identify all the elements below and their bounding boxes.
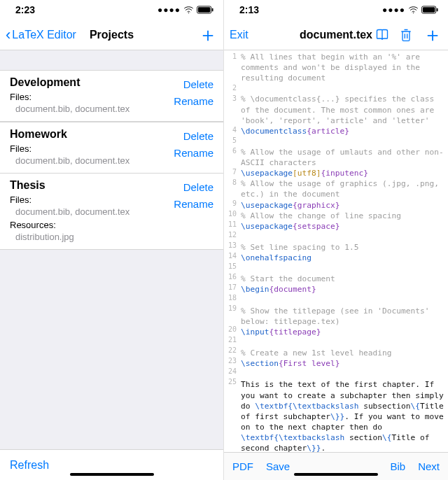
next-button[interactable]: Next	[418, 460, 440, 472]
files-list: document.bib, document.tex	[10, 104, 174, 114]
files-list: document.bib, document.tex	[10, 155, 174, 166]
delete-button[interactable]: Delete	[174, 128, 214, 145]
refresh-button[interactable]: Refresh	[10, 459, 49, 472]
svg-rect-7	[437, 8, 438, 12]
files-label: Files:	[10, 143, 174, 154]
project-card[interactable]: Development Files: document.bib, documen…	[0, 70, 223, 122]
nav-bar: ‹ LaTeX Editor Projects ＋	[0, 20, 223, 50]
code-editor[interactable]: 1234567891011121314151617181920212223242…	[224, 50, 448, 452]
delete-button[interactable]: Delete	[174, 179, 214, 196]
resources-list: distribution.jpg	[10, 232, 174, 242]
cellular-icon: ●●●●	[382, 5, 405, 15]
home-indicator[interactable]	[294, 473, 378, 476]
trash-icon[interactable]	[399, 28, 413, 42]
resources-label: Resources:	[10, 220, 174, 230]
svg-point-0	[188, 13, 189, 13]
wifi-icon	[408, 6, 419, 14]
files-list: document.bib, document.tex	[10, 206, 174, 217]
project-card[interactable]: Thesis Files: document.bib, document.tex…	[0, 173, 223, 250]
add-button[interactable]: ＋	[198, 25, 218, 45]
projects-screen: 2:23 ●●●● ‹ LaTeX Editor Projects ＋ Deve…	[0, 0, 224, 480]
save-button[interactable]: Save	[266, 460, 290, 472]
rename-button[interactable]: Rename	[174, 93, 214, 110]
rename-button[interactable]: Rename	[174, 196, 214, 213]
exit-button[interactable]: Exit	[230, 29, 248, 41]
bib-button[interactable]: Bib	[390, 460, 405, 472]
status-icons: ●●●●	[382, 5, 438, 15]
svg-rect-3	[212, 8, 214, 12]
home-indicator[interactable]	[70, 473, 154, 476]
battery-icon	[421, 6, 438, 14]
back-label: LaTeX Editor	[12, 29, 76, 41]
svg-rect-2	[198, 7, 211, 12]
editor-toolbar: PDF Save Bib Next	[224, 452, 448, 480]
add-button[interactable]: ＋	[423, 25, 442, 45]
wifi-icon	[183, 6, 194, 14]
files-label: Files:	[10, 195, 174, 205]
status-bar: 2:23 ●●●●	[0, 0, 223, 20]
chevron-left-icon: ‹	[6, 27, 10, 43]
projects-list[interactable]: Development Files: document.bib, documen…	[0, 50, 223, 449]
status-time: 2:23	[15, 4, 35, 15]
line-gutter: 1234567891011121314151617181920212223242…	[224, 50, 239, 452]
delete-button[interactable]: Delete	[174, 76, 214, 93]
status-bar: 2:13 ●●●●	[224, 0, 448, 20]
svg-rect-6	[423, 7, 435, 12]
battery-icon	[197, 6, 214, 14]
status-icons: ●●●●	[158, 5, 214, 15]
pdf-button[interactable]: PDF	[232, 460, 253, 472]
nav-bar: Exit document.tex ＋	[224, 20, 448, 50]
svg-point-4	[413, 13, 414, 13]
project-name: Homework	[10, 128, 174, 141]
project-name: Thesis	[10, 179, 174, 192]
project-name: Development	[10, 76, 174, 89]
back-button[interactable]: ‹ LaTeX Editor	[6, 27, 76, 43]
files-label: Files:	[10, 92, 174, 102]
code-content[interactable]: % All lines that begin with an '%' are c…	[239, 50, 448, 452]
editor-screen: 2:13 ●●●● Exit document.tex ＋ 1234567891…	[224, 0, 448, 480]
rename-button[interactable]: Rename	[174, 145, 214, 162]
book-icon[interactable]	[375, 28, 389, 42]
project-card[interactable]: Homework Files: document.bib, document.t…	[0, 122, 223, 174]
status-time: 2:13	[239, 4, 259, 15]
cellular-icon: ●●●●	[158, 5, 181, 15]
